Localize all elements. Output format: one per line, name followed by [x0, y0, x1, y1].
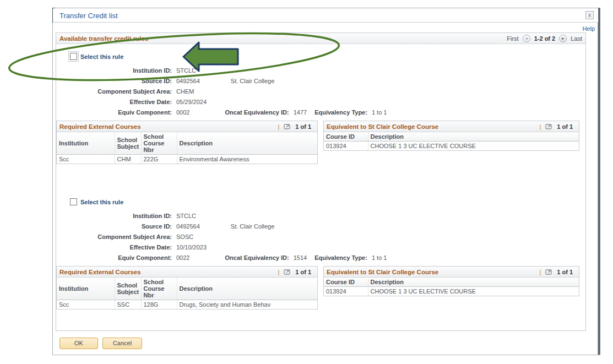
oncat-equivalency-id-value: 1477 [294, 109, 307, 116]
ok-button[interactable]: OK [59, 338, 98, 349]
select-rule-row: Select this rule [70, 198, 123, 205]
grid-popup-icon[interactable] [545, 123, 552, 129]
equiv-component-value: 0022 [176, 254, 189, 261]
field-row-effective-date: Effective Date: 10/10/2023 [56, 244, 207, 251]
modal-title: Transfer Credit list [59, 12, 118, 20]
cell-description: CHOOSE 1 3 UC ELECTIVE COURSE [368, 142, 579, 151]
field-row-subject-area: Component Subject Area: CHEM [56, 88, 194, 95]
grid-separator: | [278, 123, 279, 130]
source-id-label: Source ID: [56, 78, 172, 84]
external-courses-table: Institution School Subject School Course… [57, 278, 317, 309]
next-page-icon[interactable]: ▸ [559, 35, 567, 42]
source-id-value: 0492564 [176, 223, 200, 230]
institution-id-label: Institution ID: [56, 213, 172, 219]
col-school-subject: School Subject [115, 132, 141, 155]
equiv-component-label: Equiv Component: [56, 109, 172, 116]
institution-id-value: STCLC [176, 67, 196, 74]
oncat-equivalency-id-value: 1514 [294, 254, 307, 261]
cell-description: CHOOSE 1 3 UC ELECTIVE COURSE [368, 287, 579, 296]
grid-row-count: 1 of 1 [557, 123, 573, 130]
field-row-source: Source ID: 0492564 St. Clair College [56, 78, 274, 84]
grid-tools: | 1 of 1 [539, 269, 576, 275]
cell-description: Environmental Awareness [177, 155, 317, 164]
cell-school-course-nbr: 222G [141, 155, 177, 164]
cell-school-course-nbr: 128G [141, 300, 177, 309]
field-row-effective-date: Effective Date: 05/29/2024 [56, 99, 207, 105]
table-row: Scc CHM 222G Environmental Awareness [57, 155, 317, 164]
modal-right-border [598, 8, 600, 355]
equivalency-type-value: 1 to 1 [372, 109, 387, 116]
grid-popup-icon[interactable] [545, 269, 552, 275]
col-course-id: Course ID [324, 132, 368, 142]
modal-titlebar: Transfer Credit list [53, 8, 598, 23]
field-row-subject-area: Component Subject Area: SOSC [56, 233, 193, 240]
col-school-course-nbr: School Course Nbr [141, 132, 177, 155]
equiv-component-label: Equiv Component: [56, 254, 172, 261]
grid-title: Required External Courses [59, 269, 141, 275]
rules-pagination: First ◂ 1-2 of 2 ▸ Last [507, 35, 582, 42]
equivalent-course-table: Course ID Description 013924 CHOOSE 1 3 … [324, 278, 579, 296]
col-institution: Institution [57, 278, 115, 300]
component-subject-area-label: Component Subject Area: [56, 233, 172, 240]
field-row-equiv: Equiv Component: 0022 Oncat Equivalency … [56, 254, 387, 261]
grid-popup-icon[interactable] [284, 269, 291, 275]
select-rule-checkbox[interactable] [70, 53, 77, 60]
effective-date-label: Effective Date: [56, 99, 172, 105]
cell-description: Drugs, Society and Human Behav [177, 300, 317, 309]
pagination-last-link[interactable]: Last [571, 35, 582, 42]
select-rule-label[interactable]: Select this rule [80, 53, 123, 60]
cell-school-subject: SSC [115, 300, 141, 309]
grid-tools: | 1 of 1 [278, 123, 314, 130]
cell-institution: Scc [57, 155, 115, 164]
col-description: Description [368, 278, 579, 287]
grid-header: Required External Courses | 1 of 1 [57, 267, 317, 278]
grid-row-count: 1 of 1 [557, 269, 573, 275]
select-rule-label[interactable]: Select this rule [80, 199, 123, 205]
transfer-credit-modal: Transfer Credit list x Help Available tr… [52, 8, 600, 355]
grid-header: Required External Courses | 1 of 1 [57, 121, 317, 132]
table-row: 013924 CHOOSE 1 3 UC ELECTIVE COURSE [324, 287, 579, 296]
col-school-course-nbr: School Course Nbr [141, 278, 177, 300]
field-row-equiv: Equiv Component: 0002 Oncat Equivalency … [56, 109, 387, 116]
required-external-courses-grid: Required External Courses | 1 of 1 Insti… [56, 266, 318, 309]
oncat-equivalency-id-label: Oncat Equivalency ID: [225, 254, 289, 261]
prev-page-icon[interactable]: ◂ [523, 35, 530, 42]
institution-id-label: Institution ID: [56, 67, 172, 74]
grid-separator: | [539, 123, 541, 130]
grid-row-count: 1 of 1 [295, 269, 311, 275]
oncat-equivalency-id-label: Oncat Equivalency ID: [225, 109, 289, 116]
page-canvas: Transfer Credit list x Help Available tr… [0, 0, 613, 364]
equivalency-type-label: Equivalency Type: [314, 109, 367, 116]
cell-institution: Scc [57, 300, 115, 309]
field-row-source: Source ID: 0492564 St. Clair College [56, 223, 274, 230]
source-name: St. Clair College [231, 223, 274, 230]
grid-header: Equivalent to St Clair College Course | … [324, 121, 579, 132]
equivalency-type-label: Equivalency Type: [314, 254, 367, 261]
source-id-label: Source ID: [56, 223, 172, 230]
help-link[interactable]: Help [582, 25, 595, 32]
col-school-subject: School Subject [115, 278, 141, 300]
effective-date-value: 10/10/2023 [176, 244, 207, 251]
component-subject-area-value: SOSC [176, 233, 193, 240]
col-description: Description [177, 278, 317, 300]
grid-tools: | 1 of 1 [278, 269, 314, 275]
area-title: Available transfer credit rules [59, 35, 148, 42]
cancel-button[interactable]: Cancel [102, 338, 142, 349]
source-name: St. Clair College [231, 78, 274, 84]
select-rule-checkbox[interactable] [70, 198, 77, 205]
pagination-first-link[interactable]: First [507, 35, 518, 42]
available-rules-box: Available transfer credit rules First ◂ … [56, 32, 586, 331]
grid-separator: | [278, 269, 279, 275]
cell-course-id: 013924 [324, 287, 368, 296]
col-institution: Institution [57, 132, 115, 155]
close-icon[interactable]: x [585, 11, 594, 19]
table-row: 013924 CHOOSE 1 3 UC ELECTIVE COURSE [324, 142, 579, 151]
source-id-value: 0492564 [176, 78, 200, 84]
grid-popup-icon[interactable] [284, 123, 291, 129]
field-row-institution: Institution ID: STCLC [56, 213, 196, 219]
equiv-component-value: 0002 [176, 109, 189, 116]
grid-title: Required External Courses [59, 123, 141, 130]
equivalent-course-grid: Equivalent to St Clair College Course | … [323, 266, 579, 296]
pagination-range: 1-2 of 2 [534, 35, 556, 42]
effective-date-value: 05/29/2024 [176, 99, 207, 105]
